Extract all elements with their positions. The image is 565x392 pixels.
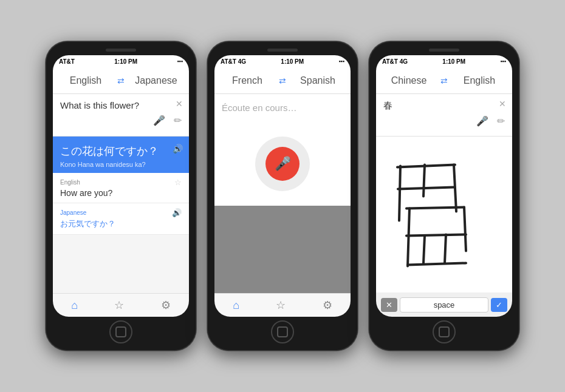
phone-2-nav-gear-icon[interactable]: ⚙ <box>323 299 332 312</box>
phone-2-speaker <box>267 49 298 52</box>
phone-3-delete-button[interactable]: ✕ <box>381 298 397 312</box>
phone-2-swap-icon[interactable]: ⇄ <box>275 76 290 86</box>
handwriting-svg <box>376 137 512 292</box>
phone-1-history-1-to-lang: Japanese <box>60 209 86 216</box>
phone-3-screen: AT&T 4G 1:10 PM ▪▪▪ Chinese ⇄ English 春 … <box>376 55 512 317</box>
phone-1-nav-star-icon[interactable]: ☆ <box>114 299 124 312</box>
phone-1-screen: AT&T 1:10 PM ▪▪▪ English ⇄ Japanese What… <box>53 55 189 317</box>
phone-1-home-button[interactable] <box>109 320 132 343</box>
phone-1-nav-gear-icon[interactable]: ⚙ <box>161 299 171 312</box>
phone-2-home-inner <box>277 326 288 337</box>
phone-3-confirm-button[interactable]: ✓ <box>491 298 507 312</box>
phone-2-status-bar: AT&T 4G 1:10 PM ▪▪▪ <box>214 55 351 67</box>
phone-1-lang-from[interactable]: English <box>58 75 114 86</box>
swap-icon[interactable]: ⇄ <box>114 76 128 86</box>
phones-container: AT&T 1:10 PM ▪▪▪ English ⇄ Japanese What… <box>33 29 532 363</box>
phone-2-voice-circle-wrapper: 🎤 <box>255 137 310 191</box>
phone-1-nav-home-icon[interactable]: ⌂ <box>71 299 78 312</box>
carrier-label: AT&T <box>59 58 75 65</box>
phone-1-status-bar: AT&T 1:10 PM ▪▪▪ <box>53 55 189 67</box>
microphone-icon[interactable]: 🎤 <box>153 115 165 126</box>
phone-1-history-1-from-text: How are you? <box>60 188 182 198</box>
phone-3-microphone-icon[interactable]: 🎤 <box>476 115 488 127</box>
phone-3-lang-to[interactable]: English <box>451 75 507 86</box>
phone-3-handwriting-area[interactable] <box>376 137 512 292</box>
phone-1-history-1-star-icon[interactable]: ☆ <box>174 178 182 187</box>
phone-3-handwriting-bottom: ✕ space ✓ <box>376 292 512 317</box>
phone-3-input-icons: 🎤 ✏ <box>383 115 505 127</box>
phone-3-carrier-label: AT&T 4G <box>382 58 408 65</box>
phone-1-speaker <box>106 49 136 52</box>
phone-2-screen: AT&T 4G 1:10 PM ▪▪▪ French ⇄ Spanish Éco… <box>214 55 351 317</box>
phone-1-result-primary: この花は何ですか？ Kono Hana wa nanidesu ka? 🔊 <box>53 137 189 173</box>
phone-2-mic-icon: 🎤 <box>275 156 291 172</box>
phone-1-history-item-1: English ☆ How are you? <box>53 173 189 203</box>
phone-3-home-inner <box>439 326 450 337</box>
phone-2-voice-container: Écoute en cours… 🎤 <box>214 94 351 293</box>
phone-3-lang-from[interactable]: Chinese <box>381 75 437 86</box>
phone-1-clear-button[interactable]: ✕ <box>176 99 183 109</box>
phone-3: AT&T 4G 1:10 PM ▪▪▪ Chinese ⇄ English 春 … <box>369 41 519 351</box>
phone-1-input-area: What is this flower? ✕ 🎤 ✏ <box>53 94 189 137</box>
phone-3-home-button[interactable] <box>433 320 456 343</box>
phone-2-time-label: 1:10 PM <box>281 58 304 65</box>
phone-2-voice-outer-circle: 🎤 <box>255 137 310 191</box>
phone-2-carrier-label: AT&T 4G <box>221 58 246 65</box>
phone-1-result-speaker-icon[interactable]: 🔊 <box>173 144 183 154</box>
phone-1-result-text: この花は何ですか？ <box>60 144 182 158</box>
phone-2-home-button[interactable] <box>271 320 294 343</box>
phone-2-mic-button[interactable]: 🎤 <box>265 147 300 181</box>
phone-2-lang-bar: French ⇄ Spanish <box>214 67 351 94</box>
phone-3-speaker <box>429 49 459 52</box>
phone-2-lang-from[interactable]: French <box>219 75 275 86</box>
phone-3-battery-label: ▪▪▪ <box>500 58 506 64</box>
phone-2-nav-home-icon[interactable]: ⌂ <box>233 299 239 312</box>
phone-2-lang-to[interactable]: Spanish <box>290 75 346 86</box>
phone-1-input-text: What is this flower? <box>60 100 139 110</box>
phone-1-home-inner <box>115 326 126 337</box>
phone-3-time-label: 1:10 PM <box>442 58 465 65</box>
phone-2-bottom-nav: ⌂ ☆ ⚙ <box>214 293 351 317</box>
phone-3-status-bar: AT&T 4G 1:10 PM ▪▪▪ <box>376 55 512 67</box>
phone-1-history-1-to-text: お元気ですか？ <box>60 218 182 229</box>
battery-label: ▪▪▪ <box>177 58 183 64</box>
phone-3-swap-icon[interactable]: ⇄ <box>437 76 451 86</box>
phone-2: AT&T 4G 1:10 PM ▪▪▪ French ⇄ Spanish Éco… <box>207 41 358 351</box>
phone-3-space-button[interactable]: space <box>400 297 488 313</box>
phone-1-history-1-to-lang-row: Japanese 🔊 <box>60 208 182 217</box>
phone-2-battery-label: ▪▪▪ <box>338 58 344 64</box>
handwriting-icon[interactable]: ✏ <box>174 115 182 126</box>
phone-2-listening-text: Écoute en cours… <box>214 94 351 121</box>
phone-1-input-icons: 🎤 ✏ <box>60 115 182 126</box>
time-label: 1:10 PM <box>114 58 137 65</box>
phone-1-history-1-speaker-icon[interactable]: 🔊 <box>172 208 182 217</box>
phone-1-lang-to[interactable]: Japanese <box>128 75 184 86</box>
phone-3-clear-button[interactable]: ✕ <box>499 99 506 109</box>
phone-1-result-romanji: Kono Hana wa nanidesu ka? <box>60 161 182 168</box>
phone-3-lang-bar: Chinese ⇄ English <box>376 67 512 94</box>
phone-1-history-1-from-lang: English <box>60 179 80 186</box>
phone-1-lang-bar: English ⇄ Japanese <box>53 67 189 94</box>
phone-1: AT&T 1:10 PM ▪▪▪ English ⇄ Japanese What… <box>46 41 196 351</box>
phone-3-input-area: 春 ✕ 🎤 ✏ <box>376 94 512 137</box>
phone-2-grey-area <box>214 206 351 293</box>
phone-3-handwriting-icon[interactable]: ✏ <box>497 115 505 127</box>
phone-2-nav-star-icon[interactable]: ☆ <box>276 299 286 312</box>
phone-1-spacer <box>53 235 189 293</box>
phone-1-bottom-nav: ⌂ ☆ ⚙ <box>53 293 189 317</box>
phone-1-history-1-lang: English ☆ <box>60 178 182 187</box>
phone-1-history-item-1-translation: Japanese 🔊 お元気ですか？ <box>53 203 189 235</box>
phone-3-input-text: 春 <box>383 100 392 110</box>
